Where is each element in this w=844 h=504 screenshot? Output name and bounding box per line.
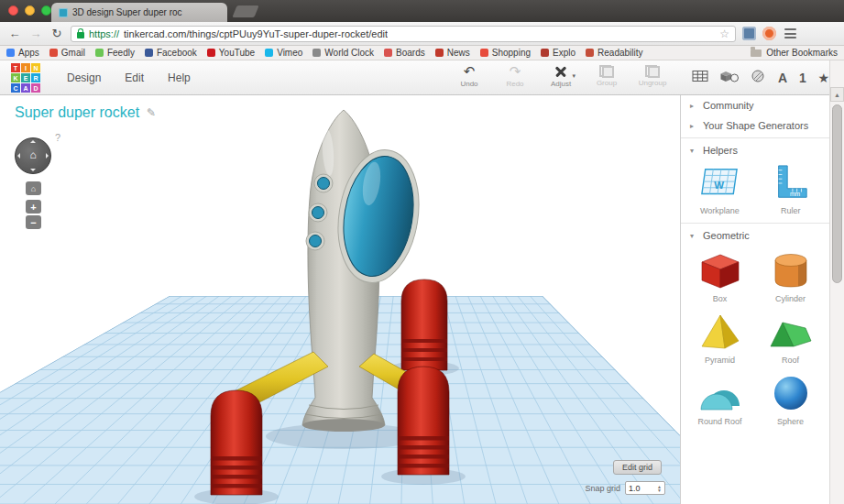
back-button[interactable]: ← xyxy=(7,27,22,41)
orbit-control[interactable]: ⌂ xyxy=(15,137,51,174)
edit-toolbar: ↶ Undo ↷ Redo ▾ Adjust Group Ungroup xyxy=(453,63,669,88)
shape-workplane[interactable]: W Workplane xyxy=(685,164,753,215)
bookmark-favicon xyxy=(435,49,444,57)
logo-cell: K xyxy=(11,73,20,82)
fit-view-button[interactable]: ⌂ xyxy=(26,181,41,195)
scrollbar-thumb[interactable] xyxy=(832,104,842,283)
shape-sphere[interactable]: Sphere xyxy=(757,373,825,426)
divider xyxy=(681,137,829,138)
url-field[interactable]: https:// tinkercad.com/things/cptPUuy9Yu… xyxy=(71,26,736,42)
browser-window: 3D design Super duper roc ← → ↻ https://… xyxy=(0,0,844,504)
folder-icon xyxy=(751,49,762,57)
zoom-window-button[interactable] xyxy=(41,5,51,16)
extension-icon[interactable] xyxy=(762,27,776,40)
logo-cell: T xyxy=(11,63,20,72)
adjust-button[interactable]: ▾ Adjust xyxy=(544,63,577,88)
3d-canvas[interactable]: Super duper rocket ✎ ? ⌂ ⌂ + − Edit grid… xyxy=(0,95,680,504)
bookmark-item[interactable]: Vimeo xyxy=(265,48,302,58)
bookmark-item[interactable]: Feedly xyxy=(95,48,135,58)
bookmark-favicon xyxy=(207,49,215,57)
url-text: tinkercad.com/things/cptPUuy9YuT-super-d… xyxy=(124,28,388,39)
workplane-grid-icon[interactable] xyxy=(692,70,708,86)
section-shape-generators[interactable]: ▸ Your Shape Generators xyxy=(681,115,829,136)
ungroup-button[interactable]: Ungroup xyxy=(636,63,669,88)
hole-icon[interactable] xyxy=(750,69,766,87)
bookmark-item[interactable]: Readability xyxy=(586,48,642,58)
shape-ruler[interactable]: mm Ruler xyxy=(757,164,825,215)
bookmark-item[interactable]: YouTube xyxy=(207,48,255,58)
zoom-out-button[interactable]: − xyxy=(26,215,41,229)
text-tool-icon[interactable]: A xyxy=(778,71,787,85)
shape-pyramid[interactable]: Pyramid xyxy=(686,312,754,365)
titlebar: 3D design Super duper roc xyxy=(0,0,844,22)
menu-design[interactable]: Design xyxy=(55,71,113,84)
edit-grid-button[interactable]: Edit grid xyxy=(613,460,662,475)
snap-grid-label: Snap grid xyxy=(585,484,620,493)
3d-viewport[interactable] xyxy=(0,95,680,504)
number-tool-icon[interactable]: 1 xyxy=(799,71,806,85)
ungroup-icon xyxy=(645,65,660,78)
sidebar-scrollbar[interactable]: ▲ xyxy=(829,60,844,504)
bookmark-item[interactable]: Explo xyxy=(541,48,575,58)
workplane-icon: W xyxy=(698,164,740,203)
help-icon[interactable]: ? xyxy=(55,132,60,143)
rename-pencil-icon[interactable]: ✎ xyxy=(147,106,156,119)
reload-button[interactable]: ↻ xyxy=(49,27,64,41)
menu-help[interactable]: Help xyxy=(156,71,203,84)
bookmark-item[interactable]: Facebook xyxy=(145,48,197,58)
pyramid-icon xyxy=(698,312,742,352)
logo-cell: N xyxy=(31,63,40,72)
bookmark-item[interactable]: Gmail xyxy=(49,48,85,58)
tab-favicon-icon xyxy=(59,8,68,17)
ssl-lock-icon xyxy=(77,32,84,38)
bookmark-item[interactable]: Shopping xyxy=(480,48,531,58)
ruler-icon: mm xyxy=(770,164,812,203)
redo-button[interactable]: ↷ Redo xyxy=(499,63,532,88)
shape-tool-strip: A 1 ★ xyxy=(692,60,829,95)
bookmark-item[interactable]: News xyxy=(435,48,470,58)
browser-tab[interactable]: 3D design Super duper roc xyxy=(51,3,227,22)
section-geometric[interactable]: ▾ Geometric xyxy=(681,225,829,246)
new-tab-button[interactable] xyxy=(232,5,258,17)
bookmark-item[interactable]: Boards xyxy=(384,48,425,58)
undo-button[interactable]: ↶ Undo xyxy=(453,63,486,88)
menu-edit[interactable]: Edit xyxy=(113,71,156,84)
app-menu: Design Edit Help xyxy=(55,60,203,95)
bookmark-favicon xyxy=(145,49,153,57)
section-helpers[interactable]: ▾ Helpers xyxy=(681,140,829,160)
logo-cell: D xyxy=(31,83,40,93)
other-bookmarks-button[interactable]: Other Bookmarks xyxy=(751,48,838,58)
forward-button[interactable]: → xyxy=(28,27,43,41)
close-window-button[interactable] xyxy=(8,5,18,16)
chrome-menu-icon[interactable] xyxy=(783,27,798,40)
shape-box[interactable]: Box xyxy=(686,250,754,303)
shapes-icon[interactable] xyxy=(720,69,739,87)
rotate-down-icon[interactable] xyxy=(30,169,36,171)
app-header: TINKERCAD Design Edit Help ↶ Undo ↷ Redo… xyxy=(0,60,844,95)
logo-cell: E xyxy=(21,73,30,82)
group-icon xyxy=(599,65,614,78)
bookmark-item[interactable]: World Clock xyxy=(312,48,374,58)
tinkercad-logo[interactable]: TINKERCAD xyxy=(11,63,40,93)
minimize-window-button[interactable] xyxy=(25,5,35,16)
favorites-star-icon[interactable]: ★ xyxy=(817,71,829,85)
svg-text:W: W xyxy=(715,180,725,191)
shape-roof[interactable]: Roof xyxy=(757,312,825,365)
redo-icon: ↷ xyxy=(510,63,521,79)
cylinder-icon xyxy=(769,250,813,290)
section-community[interactable]: ▸ Community xyxy=(681,95,829,115)
bookmark-item[interactable]: Apps xyxy=(6,48,39,58)
chevron-right-icon: ▸ xyxy=(690,122,697,130)
snap-grid-select[interactable]: 1.0 ▲▼ xyxy=(625,481,665,495)
home-view-icon[interactable]: ⌂ xyxy=(16,148,50,161)
group-button[interactable]: Group xyxy=(590,63,623,88)
zoom-in-button[interactable]: + xyxy=(26,200,41,214)
scroll-up-arrow-icon[interactable]: ▲ xyxy=(830,87,844,102)
bookmark-star-icon[interactable]: ☆ xyxy=(719,27,729,40)
shape-round-roof[interactable]: Round Roof xyxy=(686,373,754,426)
undo-icon: ↶ xyxy=(464,63,476,79)
rotate-up-icon[interactable] xyxy=(30,140,36,143)
extension-icon[interactable] xyxy=(742,27,756,40)
shape-cylinder[interactable]: Cylinder xyxy=(757,250,825,303)
adjust-icon: ▾ xyxy=(554,64,568,79)
